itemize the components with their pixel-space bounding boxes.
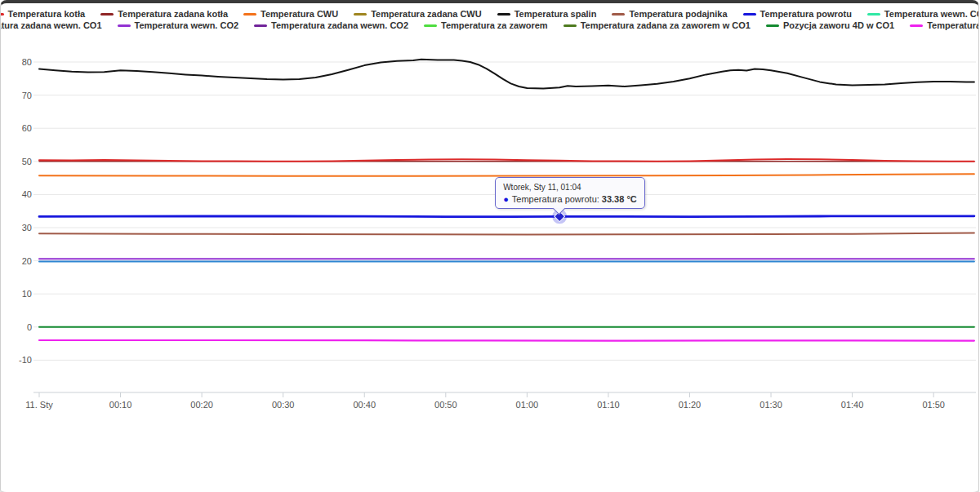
x-axis-label: 00:40 <box>353 400 376 410</box>
legend-item-label: Temperatura CWU <box>261 9 338 19</box>
legend-item-temperatura-spalin[interactable]: Temperatura spalin <box>497 9 597 19</box>
legend-swatch-icon <box>766 24 779 27</box>
x-axis-label: 00:30 <box>272 400 295 410</box>
legend-swatch-icon <box>497 13 510 16</box>
legend-item-temperatura-zadana-wewn-co1[interactable]: Temperatura zadana wewn. CO1 <box>0 20 102 30</box>
tooltip-value: 33.38 °C <box>602 194 637 204</box>
y-axis-label: 60 <box>22 123 32 133</box>
legend-item-pozycja-zaworu-4d-w-co1[interactable]: Pozycja zaworu 4D w CO1 <box>766 20 894 30</box>
legend-item-label: Temperatura zewnętrzna <box>927 20 979 30</box>
chart-legend: Temperatura kotłaTemperatura zadana kotł… <box>7 9 972 30</box>
x-axis-label: 00:20 <box>190 400 213 410</box>
legend-item-temperatura-cwu[interactable]: Temperatura CWU <box>243 9 338 19</box>
legend-swatch-icon <box>612 13 625 16</box>
legend-swatch-icon <box>354 13 367 16</box>
legend-item-label: Temperatura za zaworem <box>441 20 548 30</box>
legend-item-temperatura-wewn-co1[interactable]: Temperatura wewn. CO1 <box>867 9 979 19</box>
chart-card: Temperatura kotłaTemperatura zadana kotł… <box>0 0 979 492</box>
series-line-temperatura-cwu[interactable] <box>39 174 974 176</box>
legend-swatch-icon <box>910 24 923 27</box>
y-axis-label: 50 <box>22 157 32 166</box>
legend-item-label: Temperatura zadana CWU <box>371 9 482 19</box>
legend-item-temperatura-zewn-trzna[interactable]: Temperatura zewnętrzna <box>910 20 979 30</box>
temperature-chart-plot[interactable]: 80706050403020100-1011. Sty00:1000:2000:… <box>1 3 979 492</box>
legend-item-label: Temperatura spalin <box>514 9 597 19</box>
legend-swatch-icon <box>100 13 114 16</box>
legend-item-label: Temperatura zadana kotła <box>118 9 228 19</box>
legend-item-temperatura-za-zaworem[interactable]: Temperatura za zaworem <box>424 20 548 30</box>
legend-item-label: Temperatura zadana wewn. CO2 <box>271 20 408 30</box>
legend-item-temperatura-kot-a[interactable]: Temperatura kotła <box>0 9 85 19</box>
x-axis-label: 01:30 <box>760 400 782 410</box>
legend-swatch-icon <box>0 13 4 16</box>
x-axis-label: 11. Sty <box>25 400 53 410</box>
legend-item-temperatura-powrotu[interactable]: Temperatura powrotu <box>743 9 852 19</box>
legend-swatch-icon <box>243 13 256 16</box>
legend-item-label: Temperatura zadana za zaworem w CO1 <box>581 20 751 30</box>
legend-item-temperatura-zadana-za-zaworem-w-co1[interactable]: Temperatura zadana za zaworem w CO1 <box>564 20 751 30</box>
x-axis-label: 01:40 <box>841 400 864 410</box>
y-axis-label: -10 <box>19 355 32 365</box>
series-line-temperatura-spalin[interactable] <box>39 60 974 89</box>
x-axis-label: 00:50 <box>434 400 457 410</box>
legend-item-label: Temperatura wewn. CO1 <box>884 9 979 19</box>
legend-swatch-icon <box>424 24 437 27</box>
y-axis-label: 70 <box>22 91 32 100</box>
series-line-temperatura-podajnika[interactable] <box>39 233 974 235</box>
legend-item-temperatura-zadana-cwu[interactable]: Temperatura zadana CWU <box>354 9 482 19</box>
legend-item-temperatura-zadana-wewn-co2[interactable]: Temperatura zadana wewn. CO2 <box>254 20 408 30</box>
legend-item-temperatura-zadana-kot-a[interactable]: Temperatura zadana kotła <box>100 9 228 19</box>
y-axis-label: 40 <box>22 189 32 199</box>
legend-swatch-icon <box>254 24 267 27</box>
tooltip-series-row: ●Temperatura powrotu:33.38 °C <box>503 194 637 204</box>
chart-tooltip: Wtorek, Sty 11, 01:04 ●Temperatura powro… <box>495 177 645 209</box>
y-axis-label: 30 <box>22 223 32 233</box>
legend-item-label: Pozycja zaworu 4D w CO1 <box>783 20 894 30</box>
legend-swatch-icon <box>867 13 880 16</box>
x-axis-label: 01:10 <box>597 400 620 410</box>
series-line-temperatura-powrotu[interactable] <box>39 216 974 217</box>
y-axis-label: 0 <box>27 322 32 332</box>
legend-item-label: Temperatura zadana wewn. CO1 <box>0 20 102 30</box>
x-axis-label: 01:00 <box>516 400 539 410</box>
tooltip-date: Wtorek, Sty 11, 01:04 <box>503 183 637 192</box>
legend-row: Temperatura zadana wewn. CO1Temperatura … <box>7 20 972 30</box>
series-bullet-icon: ● <box>503 194 509 204</box>
legend-item-label: Temperatura kotła <box>8 9 86 19</box>
legend-item-label: Temperatura podajnika <box>629 9 727 19</box>
legend-item-label: Temperatura wewn. CO2 <box>135 20 239 30</box>
legend-item-temperatura-wewn-co2[interactable]: Temperatura wewn. CO2 <box>118 20 239 30</box>
legend-swatch-icon <box>118 24 131 27</box>
x-axis-label: 01:50 <box>922 400 945 410</box>
x-axis-label: 01:20 <box>679 400 702 410</box>
x-axis-label: 00:10 <box>109 400 132 410</box>
series-line-temperatura-zewn-trzna[interactable] <box>39 340 974 341</box>
y-axis-label: 10 <box>22 289 32 299</box>
tooltip-series-label: Temperatura powrotu: <box>512 194 599 204</box>
legend-swatch-icon <box>564 24 577 27</box>
legend-swatch-icon <box>743 13 756 16</box>
legend-row: Temperatura kotłaTemperatura zadana kotł… <box>7 9 972 19</box>
legend-item-temperatura-podajnika[interactable]: Temperatura podajnika <box>612 9 727 19</box>
y-axis-label: 80 <box>22 57 32 67</box>
y-axis-label: 20 <box>22 256 32 266</box>
legend-item-label: Temperatura powrotu <box>760 9 852 19</box>
